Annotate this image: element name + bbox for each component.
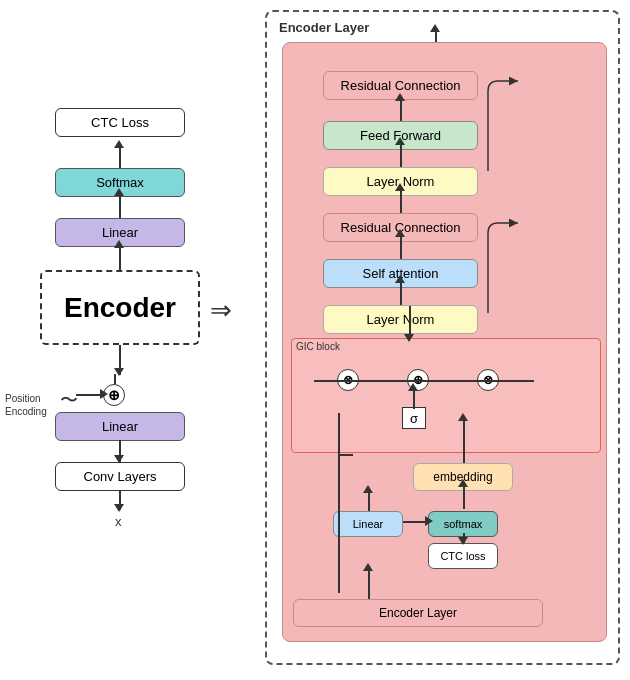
encoder-box: Encoder [40, 270, 200, 345]
residual-top-bypass [483, 71, 523, 181]
arrow-emb-gic [463, 421, 465, 463]
arrowhead-ff-res [395, 93, 405, 101]
arrowhead-sm-emb [458, 479, 468, 487]
gic-top-line [314, 380, 534, 382]
arrowhead-wave-add [100, 389, 108, 399]
arrowhead-ctc [114, 140, 124, 148]
arrow-wave-add [76, 394, 103, 396]
arrow-add-linear [114, 374, 116, 384]
arrowhead-linear-enc [114, 240, 124, 248]
arrow-sa-lnbot [400, 283, 402, 305]
linear-bottom-label: Linear [102, 419, 138, 434]
ctc-loss-small-label: CTC loss [440, 550, 485, 562]
arrow-softmax-linear [119, 196, 121, 218]
residual-top-label: Residual Connection [341, 78, 461, 93]
encoder-layer-bottom-label: Encoder Layer [379, 606, 457, 620]
encoder-layer-bottom-box: Encoder Layer [293, 599, 543, 627]
pos-enc-text: Position Encoding [5, 393, 47, 417]
ctc-loss-box: CTC Loss [55, 108, 185, 137]
arrowhead-lnbot-gic [404, 334, 414, 342]
arrow-ff-res [400, 101, 402, 121]
wave-symbol: 〜 [60, 388, 78, 412]
linear-top-label: Linear [102, 225, 138, 240]
arrowhead-input-lin [363, 485, 373, 493]
arrowhead-sa-lnbot [395, 275, 405, 283]
diagram: CTC Loss Softmax Linear Encoder ⇒ Positi… [0, 0, 630, 680]
arrow-ff-ln [400, 145, 402, 167]
right-panel: Encoder Layer Residual Connection Feed F… [265, 10, 620, 665]
encoder-layer-title-text: Encoder Layer [279, 20, 369, 35]
arrow-encbot-input [368, 571, 370, 599]
conv-layers-box: Conv Layers [55, 462, 185, 491]
ctc-loss-label: CTC Loss [91, 115, 149, 130]
arrowhead-ln-resmid [395, 183, 405, 191]
encoder-layer-title: Encoder Layer [279, 20, 369, 35]
layer-norm-bot-label: Layer Norm [367, 312, 435, 327]
encoder-label: Encoder [64, 292, 176, 324]
arrow-input-lin [368, 493, 370, 511]
encoder-layer-detail: Residual Connection Feed Forward Layer N… [282, 42, 607, 642]
x-label: x [115, 514, 122, 529]
arrowhead-conv-x [114, 504, 124, 512]
arrow-left-mult1 [338, 454, 353, 456]
arrowhead-sigma-add [408, 383, 418, 391]
arrow-resmid-sa [400, 237, 402, 259]
arrow-sigma-add [413, 391, 415, 409]
arrowhead-encbot-input [363, 563, 373, 571]
arrow-sm-emb [463, 487, 465, 509]
linear-bottom-box: Linear [55, 412, 185, 441]
residual-mid-bypass [483, 213, 523, 323]
arrow-encbot-gic [338, 413, 340, 593]
ctc-loss-small-box: CTC loss [428, 543, 498, 569]
layer-norm-bot-box: Layer Norm [323, 305, 478, 334]
x-text: x [115, 514, 122, 529]
gic-block-label: GIC block [296, 341, 340, 352]
softmax-small-label: softmax [444, 518, 483, 530]
arrowhead-resmid-sa [395, 229, 405, 237]
arrowhead-sm-ctc [458, 537, 468, 545]
arrowhead-lin-sm [425, 516, 433, 526]
arrowhead-emb-gic [458, 413, 468, 421]
linear-small-box: Linear [333, 511, 403, 537]
arrowhead-ff-ln [395, 137, 405, 145]
arrowhead-softmax [114, 188, 124, 196]
position-encoding-label: Position Encoding [5, 392, 55, 418]
arrow-linear-encoder [119, 248, 121, 270]
arrowhead-top-output [430, 24, 440, 32]
double-arrow: ⇒ [210, 295, 232, 326]
arrow-ctc-softmax [119, 148, 121, 168]
linear-small-label: Linear [353, 518, 384, 530]
sigma-box: σ [402, 407, 426, 429]
gic-block-text: GIC block [296, 341, 340, 352]
arrow-ln-resmid [400, 191, 402, 213]
conv-layers-label: Conv Layers [84, 469, 157, 484]
